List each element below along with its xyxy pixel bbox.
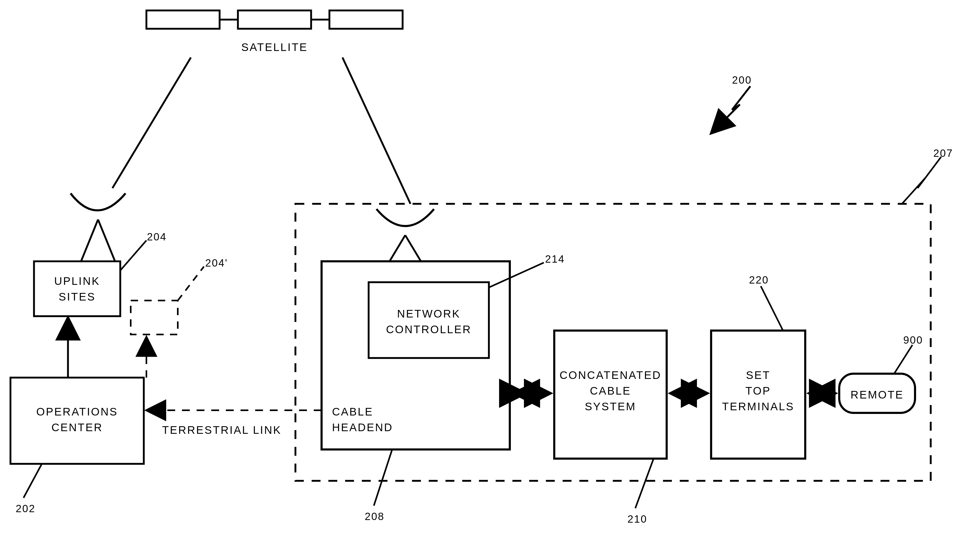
ref-214: 214: [545, 253, 565, 265]
operations-center-box: [10, 378, 144, 464]
opcenter-label-1: OPERATIONS: [36, 405, 118, 418]
headend-dish-icon: [376, 209, 434, 261]
svg-rect-0: [146, 10, 219, 29]
network-controller-box: [369, 282, 489, 358]
svg-line-12: [178, 266, 204, 300]
svg-line-14: [405, 235, 421, 261]
uplink-sites-box: [34, 261, 120, 316]
ref-900: 900: [903, 334, 923, 346]
stt-label-1: SET: [746, 369, 770, 381]
svg-line-18: [761, 286, 783, 330]
ref-204: 204: [147, 231, 167, 243]
uplink-label-1: UPLINK: [54, 275, 100, 287]
stt-label-2: TOP: [746, 385, 771, 397]
cablehead-label-1: CABLE: [332, 405, 373, 418]
netctrl-label-1: NETWORK: [397, 308, 461, 320]
ref-207-leader: [902, 157, 941, 204]
satellite-label: SATELLITE: [241, 41, 308, 53]
svg-line-17: [635, 459, 654, 508]
svg-line-6: [342, 57, 410, 204]
concat-label-1: CONCATENATED: [560, 369, 661, 381]
cablehead-label-2: HEADEND: [332, 421, 393, 434]
wireless-link-left: [112, 57, 194, 188]
svg-line-15: [489, 263, 544, 287]
diagram-canvas: SATELLITE UPLINK SITES 204 OPERATIONS CE…: [0, 0, 960, 560]
svg-line-5: [112, 57, 191, 188]
uplink-alt-box: [131, 300, 178, 335]
terrestrial-label: TERRESTRIAL LINK: [162, 424, 282, 436]
svg-rect-2: [330, 10, 403, 29]
svg-line-16: [374, 450, 392, 506]
remote-label: REMOTE: [850, 389, 904, 401]
svg-line-13: [390, 235, 405, 261]
svg-rect-1: [238, 10, 311, 29]
ref-208: 208: [365, 511, 385, 522]
stt-label-3: TERMINALS: [722, 400, 794, 413]
ref-204p: 204': [205, 257, 228, 269]
svg-line-11: [24, 464, 42, 498]
ref-200: 200: [732, 74, 752, 86]
opcenter-label-2: CENTER: [51, 421, 103, 434]
uplink-dish-icon: [66, 193, 131, 261]
concat-label-3: SYSTEM: [585, 400, 636, 413]
concat-label-2: CABLE: [590, 385, 631, 397]
ref-200-leader: 200: [711, 74, 752, 133]
satellite: SATELLITE: [146, 10, 403, 53]
ref-220: 220: [749, 274, 769, 286]
ref-207: 207: [933, 147, 953, 159]
svg-line-10: [120, 241, 146, 270]
uplink-label-2: SITES: [59, 290, 95, 303]
ref-210: 210: [627, 513, 647, 525]
region-207: [295, 204, 931, 481]
svg-line-8: [98, 220, 115, 261]
svg-line-19: [894, 345, 912, 374]
svg-line-7: [81, 220, 98, 261]
ref-202: 202: [16, 503, 35, 514]
wireless-link-right: [342, 57, 410, 204]
netctrl-label-2: CONTROLLER: [386, 323, 471, 335]
